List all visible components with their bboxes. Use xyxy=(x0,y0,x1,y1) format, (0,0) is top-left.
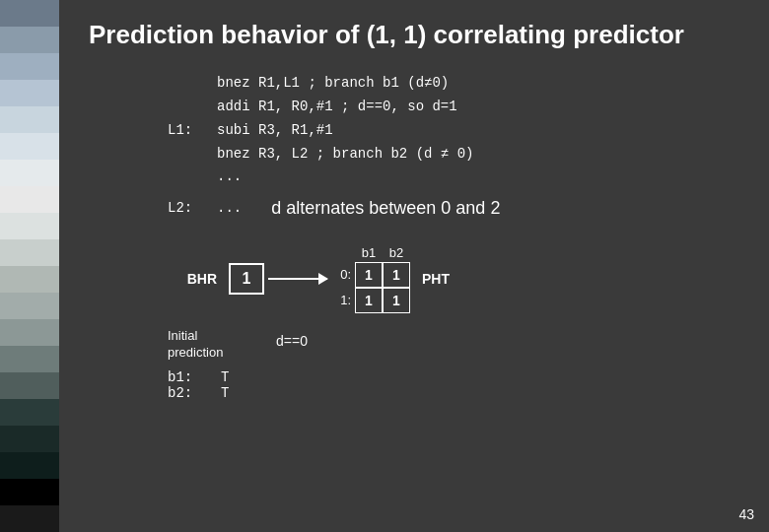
swatch-10 xyxy=(0,239,59,266)
pht-cell-01: 1 xyxy=(383,262,410,288)
swatch-4 xyxy=(0,80,59,106)
l2-dots: ... xyxy=(217,197,242,221)
swatch-19 xyxy=(0,479,59,505)
diagram-section: BHR 1 b1 b2 0: 1 1 1: xyxy=(168,245,739,362)
code-text-2: addi R1, R0,#1 ; d==0, so d=1 xyxy=(217,96,457,119)
code-line-3: L1: subi R3, R1,#1 xyxy=(168,119,739,143)
swatch-17 xyxy=(0,426,59,452)
b1-row: b1: T xyxy=(168,369,739,385)
initial-label: Initialprediction xyxy=(168,328,246,362)
swatch-2 xyxy=(0,27,59,53)
pht-row-0: 0: 1 1 xyxy=(333,262,410,288)
pht-label: PHT xyxy=(422,271,450,287)
code-line-1: bnez R1,L1 ; branch b1 (d≠0) xyxy=(168,72,739,96)
code-text-3: subi R3, R1,#1 xyxy=(217,119,333,143)
swatch-15 xyxy=(0,372,59,399)
code-section: bnez R1,L1 ; branch b1 (d≠0) addi R1, R0… xyxy=(168,72,739,224)
pht-cell-10: 1 xyxy=(355,288,383,313)
b2-label: b2: xyxy=(168,385,207,401)
pht-cell-11: 1 xyxy=(383,288,410,313)
pht-row-0-label: 0: xyxy=(333,267,351,282)
d-eq-label: d==0 xyxy=(276,333,308,349)
pht-grid: 0: 1 1 1: 1 1 xyxy=(333,262,410,313)
d-note: d alternates between 0 and 2 xyxy=(271,193,500,224)
b1b2-section: b1: T b2: T xyxy=(168,369,739,401)
code-text-5: ... xyxy=(217,166,242,189)
slide-title: Prediction behavior of (1, 1) correlatin… xyxy=(89,20,739,50)
code-text-1: bnez R1,L1 ; branch b1 (d≠0) xyxy=(217,72,449,96)
swatch-11 xyxy=(0,266,59,293)
col-headers: b1 b2 xyxy=(355,245,410,260)
bhr-label: BHR xyxy=(168,271,217,287)
code-line-4: bnez R3, L2 ; branch b2 (d ≠ 0) xyxy=(168,143,739,166)
pht-container: b1 b2 0: 1 1 1: 1 1 xyxy=(333,245,410,313)
ellipsis-row: L2: ... d alternates between 0 and 2 xyxy=(168,193,739,224)
code-label-5 xyxy=(168,166,217,189)
code-text-4: bnez R3, L2 ; branch b2 (d ≠ 0) xyxy=(217,143,473,166)
swatch-8 xyxy=(0,186,59,213)
code-label-3: L1: xyxy=(168,119,217,143)
l2-label: L2: xyxy=(168,197,217,221)
slide-content: Prediction behavior of (1, 1) correlatin… xyxy=(59,0,769,532)
code-label-4 xyxy=(168,143,217,166)
swatch-7 xyxy=(0,160,59,186)
bhr-row: BHR 1 b1 b2 0: 1 1 1: xyxy=(168,245,739,313)
b2-val: T xyxy=(221,385,229,401)
swatch-18 xyxy=(0,452,59,479)
code-line-2: addi R1, R0,#1 ; d==0, so d=1 xyxy=(168,96,739,119)
pht-cell-00: 1 xyxy=(355,262,383,288)
pht-row-1: 1: 1 1 xyxy=(333,288,410,313)
swatch-16 xyxy=(0,399,59,426)
initial-prediction-row: Initialprediction d==0 xyxy=(168,328,739,362)
bhr-arrow xyxy=(268,278,327,280)
swatch-1 xyxy=(0,0,59,27)
col-header-b1: b1 xyxy=(355,245,383,260)
bhr-box: 1 xyxy=(229,263,264,295)
b1-label: b1: xyxy=(168,369,207,385)
code-label-2 xyxy=(168,96,217,119)
swatch-12 xyxy=(0,293,59,319)
swatch-5 xyxy=(0,106,59,133)
page-number: 43 xyxy=(738,506,754,522)
code-line-5: ... xyxy=(168,166,739,189)
swatch-20 xyxy=(0,505,59,532)
swatch-9 xyxy=(0,213,59,239)
b2-row: b2: T xyxy=(168,385,739,401)
pht-row-1-label: 1: xyxy=(333,293,351,307)
b1-val: T xyxy=(221,369,229,385)
swatch-3 xyxy=(0,53,59,80)
color-strip xyxy=(0,0,59,532)
swatch-13 xyxy=(0,319,59,346)
code-label-1 xyxy=(168,72,217,96)
col-header-b2: b2 xyxy=(383,245,410,260)
swatch-6 xyxy=(0,133,59,160)
swatch-14 xyxy=(0,346,59,372)
